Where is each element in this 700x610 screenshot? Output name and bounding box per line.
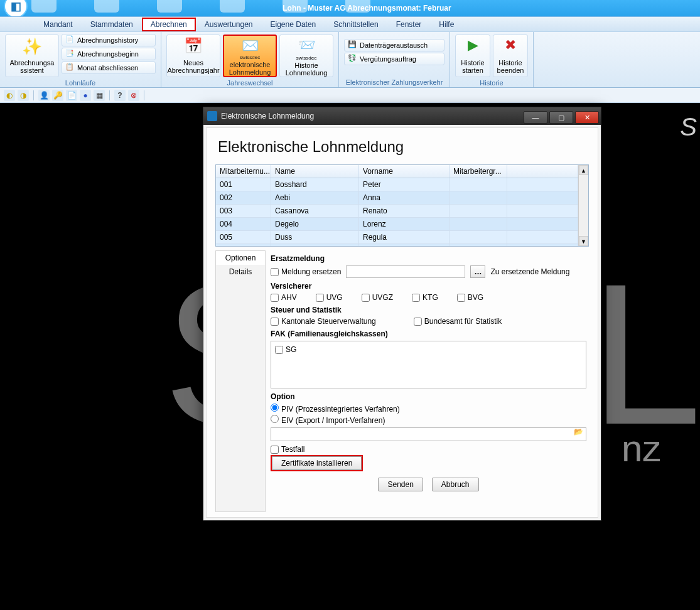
menu-fenster[interactable]: Fenster: [387, 18, 431, 31]
stop-calendar-icon: ✖: [500, 38, 520, 58]
datentraegeraustausch-button[interactable]: 💾Datenträgeraustausch: [344, 39, 444, 51]
cell-blank: [507, 231, 578, 243]
neues-abrechnungsjahr-button[interactable]: 📅 Neues Abrechnungsjahr: [166, 35, 220, 77]
historie-lohnmeldung-button[interactable]: 📨 swissdec Historie Lohnmeldung: [279, 35, 333, 77]
toolbar-btn[interactable]: ◐: [4, 90, 15, 101]
checkbox-label: BVG: [468, 293, 483, 302]
browse-button[interactable]: …: [470, 265, 485, 278]
meldung-ersetzen-checkbox[interactable]: Meldung ersetzen: [271, 267, 341, 276]
tab-details[interactable]: Details: [216, 265, 265, 279]
help-icon[interactable]: ?: [114, 90, 126, 101]
tab-optionen[interactable]: Optionen: [216, 251, 265, 265]
play-calendar-icon: ▶: [463, 38, 483, 58]
menu-mandant[interactable]: Mandant: [35, 18, 82, 31]
dock-icon[interactable]: [94, 0, 119, 13]
col-mitarbeitergruppe[interactable]: Mitarbeitergr...: [450, 165, 507, 178]
senden-button[interactable]: Senden: [378, 478, 423, 491]
toolbar-btn[interactable]: 📄: [66, 90, 77, 101]
folder-icon[interactable]: 📂: [574, 427, 585, 439]
table-row[interactable]: 004DegeloLorenz: [216, 218, 578, 231]
monat-abschliessen-button[interactable]: 📋Monat abschliessen: [62, 62, 156, 74]
ribbon-group-label: Historie: [454, 78, 529, 87]
section-option: Option: [271, 392, 586, 401]
cell-name: Aebi: [271, 191, 359, 204]
historie-starten-button[interactable]: ▶ Historie starten: [455, 35, 490, 77]
kantonale-checkbox[interactable]: Kantonale Steuerverwaltung: [271, 317, 376, 326]
cell-name: Bosshard: [271, 178, 359, 191]
checkbox-label: Kantonale Steuerverwaltung: [281, 317, 376, 326]
menu-schnittstellen[interactable]: Schnittstellen: [325, 18, 387, 31]
close-button[interactable]: ✕: [575, 111, 599, 124]
table-row[interactable]: 003CasanovaRenato: [216, 205, 578, 218]
checkbox-label: Bundesamt für Statistik: [424, 317, 502, 326]
ahv-checkbox[interactable]: AHV: [271, 293, 297, 302]
fak-sg-checkbox[interactable]: SG: [275, 345, 582, 354]
uvg-checkbox[interactable]: UVG: [316, 293, 343, 302]
col-blank: [507, 165, 578, 178]
path-input[interactable]: [271, 427, 586, 441]
verguetungsauftrag-button[interactable]: 💱Vergütungsauftrag: [344, 53, 444, 65]
fak-listbox[interactable]: SG: [271, 341, 586, 388]
elektronische-lohnmeldung-button[interactable]: ✉️ swissdec elektronische Lohnmeldung: [223, 35, 277, 77]
eiv-radio[interactable]: EIV (Export / Import-Verfahren): [271, 415, 385, 425]
cell-id: 002: [216, 191, 271, 204]
menu-hilfe[interactable]: Hilfe: [430, 18, 463, 31]
toolbar-btn[interactable]: ⊗: [128, 90, 139, 101]
grid-scrollbar[interactable]: ▲ ▼: [578, 165, 588, 246]
abrechnungshistory-button[interactable]: 📄Abrechnungshistory: [62, 34, 156, 46]
abbruch-button[interactable]: Abbruch: [432, 478, 479, 491]
table-row[interactable]: 002AebiAnna: [216, 191, 578, 205]
cell-id: 004: [216, 218, 271, 230]
dock-icon[interactable]: [283, 0, 308, 13]
table-row[interactable]: 005DussRegula: [216, 231, 578, 244]
cell-vorname: Lorenz: [359, 218, 450, 230]
historie-beenden-button[interactable]: ✖ Historie beenden: [493, 35, 528, 77]
maximize-button[interactable]: ▢: [549, 111, 573, 124]
ribbon-label: Neues Abrechnungsjahr: [167, 59, 219, 74]
history-doc-icon: 📨: [296, 38, 316, 55]
abrechnungsbeginn-button[interactable]: 📑Abrechnungsbeginn: [62, 48, 156, 60]
abrechnungsassistent-button[interactable]: ✨ Abrechnungsassistent: [5, 35, 59, 77]
col-vorname[interactable]: Vorname: [359, 165, 450, 178]
col-name[interactable]: Name: [271, 165, 359, 178]
table-row[interactable]: 001BosshardPeter: [216, 178, 578, 191]
col-mitarbeiternummer[interactable]: Mitarbeiternu...: [216, 165, 271, 178]
mail-icon: ✉️: [240, 38, 260, 54]
ktg-checkbox[interactable]: KTG: [412, 293, 438, 302]
bvg-checkbox[interactable]: BVG: [457, 293, 483, 302]
ribbon-group-label: Jahreswechsel: [165, 78, 335, 87]
zertifikate-highlight: Zertifikate installieren: [271, 455, 363, 471]
testfall-checkbox[interactable]: Testfall: [271, 445, 304, 454]
dialog-titlebar[interactable]: Elektronische Lohnmeldung — ▢ ✕: [203, 107, 601, 125]
dock-icon[interactable]: [220, 0, 245, 13]
wand-icon: ✨: [22, 38, 42, 58]
bg-text: nz: [622, 427, 661, 470]
toolbar-btn[interactable]: 🔑: [52, 90, 63, 101]
table-row[interactable]: 006CombertaldiRenato: [216, 244, 578, 246]
minimize-button[interactable]: —: [524, 111, 547, 124]
toolbar-btn[interactable]: ▦: [94, 90, 105, 101]
zertifikate-installieren-button[interactable]: Zertifikate installieren: [272, 456, 362, 470]
dock-icon[interactable]: [157, 0, 182, 13]
money-icon: 💱: [347, 54, 357, 64]
menu-auswertungen[interactable]: Auswertungen: [196, 18, 262, 31]
menu-abrechnen[interactable]: Abrechnen: [142, 18, 196, 31]
piv-radio[interactable]: PIV (Prozessintegriertes Verfahren): [271, 404, 400, 414]
app-titlebar: ◧ Lohn - Muster AG Abrechnungsmonat: Feb…: [0, 0, 700, 16]
dock-icon[interactable]: [345, 0, 370, 13]
scroll-down-icon[interactable]: ▼: [579, 236, 588, 246]
menu-eigene-daten[interactable]: Eigene Daten: [262, 18, 325, 31]
toolbar-btn[interactable]: ◑: [18, 90, 29, 101]
toolbar-btn[interactable]: ●: [80, 90, 91, 101]
options-tabs: Optionen Details: [215, 250, 266, 512]
scroll-up-icon[interactable]: ▲: [579, 165, 588, 175]
menu-stammdaten[interactable]: Stammdaten: [82, 18, 142, 31]
toolbar-btn[interactable]: 👤: [38, 90, 50, 101]
ribbon-label: Historie beenden: [497, 59, 524, 74]
cell-group: [450, 218, 507, 230]
ersatz-input[interactable]: [346, 265, 465, 278]
ribbon-label: Monat abschliessen: [77, 64, 138, 72]
uvgz-checkbox[interactable]: UVGZ: [362, 293, 393, 302]
dock-icon[interactable]: [31, 0, 57, 13]
bundesamt-checkbox[interactable]: Bundesamt für Statistik: [414, 317, 502, 326]
